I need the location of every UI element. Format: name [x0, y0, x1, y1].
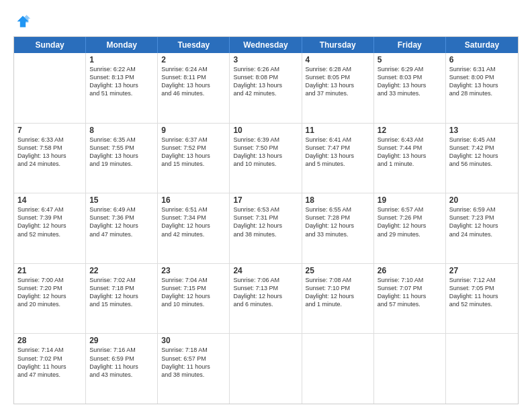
day-cell-11: 11Sunrise: 6:41 AM Sunset: 7:47 PM Dayli… [302, 124, 374, 193]
cell-info: Sunrise: 6:39 AM Sunset: 7:50 PM Dayligh… [233, 136, 298, 169]
day-cell-23: 23Sunrise: 7:04 AM Sunset: 7:15 PM Dayli… [158, 264, 230, 334]
day-cell-20: 20Sunrise: 6:59 AM Sunset: 7:23 PM Dayli… [446, 193, 518, 263]
day-cell-4: 4Sunrise: 6:28 AM Sunset: 8:05 PM Daylig… [302, 53, 374, 123]
day-number: 20 [449, 195, 515, 205]
day-cell-16: 16Sunrise: 6:51 AM Sunset: 7:34 PM Dayli… [158, 193, 230, 263]
week-row-3: 14Sunrise: 6:47 AM Sunset: 7:39 PM Dayli… [14, 193, 518, 264]
header-day-monday: Monday [86, 37, 158, 53]
day-cell-7: 7Sunrise: 6:33 AM Sunset: 7:58 PM Daylig… [14, 124, 86, 193]
header-day-saturday: Saturday [446, 37, 518, 53]
week-row-1: 1Sunrise: 6:22 AM Sunset: 8:13 PM Daylig… [14, 53, 518, 124]
cell-info: Sunrise: 6:59 AM Sunset: 7:23 PM Dayligh… [449, 205, 515, 238]
header-day-sunday: Sunday [14, 37, 86, 53]
day-number: 29 [89, 336, 154, 345]
cell-info: Sunrise: 6:29 AM Sunset: 8:03 PM Dayligh… [378, 65, 442, 98]
cell-info: Sunrise: 6:41 AM Sunset: 7:47 PM Dayligh… [306, 136, 370, 169]
day-cell-25: 25Sunrise: 7:08 AM Sunset: 7:10 PM Dayli… [302, 264, 374, 334]
week-row-4: 21Sunrise: 7:00 AM Sunset: 7:20 PM Dayli… [14, 264, 518, 334]
day-cell-24: 24Sunrise: 7:06 AM Sunset: 7:13 PM Dayli… [230, 264, 302, 334]
cell-info: Sunrise: 6:43 AM Sunset: 7:44 PM Dayligh… [378, 136, 442, 169]
day-cell-30: 30Sunrise: 7:18 AM Sunset: 6:57 PM Dayli… [158, 334, 230, 404]
day-number: 28 [17, 336, 82, 345]
cell-info: Sunrise: 6:28 AM Sunset: 8:05 PM Dayligh… [306, 65, 370, 98]
cell-info: Sunrise: 7:06 AM Sunset: 7:13 PM Dayligh… [233, 276, 298, 309]
day-cell-8: 8Sunrise: 6:35 AM Sunset: 7:55 PM Daylig… [86, 124, 158, 193]
day-number: 26 [378, 266, 442, 275]
day-cell-26: 26Sunrise: 7:10 AM Sunset: 7:07 PM Dayli… [374, 264, 446, 334]
day-number: 21 [17, 266, 82, 275]
week-row-2: 7Sunrise: 6:33 AM Sunset: 7:58 PM Daylig… [14, 124, 518, 194]
cell-info: Sunrise: 6:57 AM Sunset: 7:26 PM Dayligh… [378, 205, 442, 238]
empty-cell-4-6 [446, 334, 518, 404]
day-number: 4 [306, 55, 370, 64]
day-cell-27: 27Sunrise: 7:12 AM Sunset: 7:05 PM Dayli… [446, 264, 518, 334]
day-cell-6: 6Sunrise: 6:31 AM Sunset: 8:00 PM Daylig… [446, 53, 518, 123]
day-number: 12 [378, 126, 442, 135]
header-day-thursday: Thursday [302, 37, 374, 53]
cell-info: Sunrise: 7:10 AM Sunset: 7:07 PM Dayligh… [378, 276, 442, 309]
day-number: 2 [161, 55, 226, 64]
cell-info: Sunrise: 7:14 AM Sunset: 7:02 PM Dayligh… [17, 346, 82, 379]
day-cell-19: 19Sunrise: 6:57 AM Sunset: 7:26 PM Dayli… [374, 193, 446, 263]
calendar-body: 1Sunrise: 6:22 AM Sunset: 8:13 PM Daylig… [14, 53, 518, 404]
cell-info: Sunrise: 6:55 AM Sunset: 7:28 PM Dayligh… [306, 205, 370, 238]
cell-info: Sunrise: 7:04 AM Sunset: 7:15 PM Dayligh… [161, 276, 226, 309]
day-cell-1: 1Sunrise: 6:22 AM Sunset: 8:13 PM Daylig… [86, 53, 158, 123]
page: SundayMondayTuesdayWednesdayThursdayFrid… [0, 0, 532, 411]
cell-info: Sunrise: 7:02 AM Sunset: 7:18 PM Dayligh… [89, 276, 154, 309]
cell-info: Sunrise: 6:53 AM Sunset: 7:31 PM Dayligh… [233, 205, 298, 238]
cell-info: Sunrise: 6:45 AM Sunset: 7:42 PM Dayligh… [449, 136, 515, 169]
day-cell-21: 21Sunrise: 7:00 AM Sunset: 7:20 PM Dayli… [14, 264, 86, 334]
cell-info: Sunrise: 6:51 AM Sunset: 7:34 PM Dayligh… [161, 205, 226, 238]
cell-info: Sunrise: 6:35 AM Sunset: 7:55 PM Dayligh… [89, 136, 154, 169]
day-number: 13 [449, 126, 515, 135]
day-cell-12: 12Sunrise: 6:43 AM Sunset: 7:44 PM Dayli… [374, 124, 446, 193]
day-number: 8 [89, 126, 154, 135]
day-cell-2: 2Sunrise: 6:24 AM Sunset: 8:11 PM Daylig… [158, 53, 230, 123]
day-cell-15: 15Sunrise: 6:49 AM Sunset: 7:36 PM Dayli… [86, 193, 158, 263]
week-row-5: 28Sunrise: 7:14 AM Sunset: 7:02 PM Dayli… [14, 334, 518, 404]
logo [13, 12, 34, 31]
cell-info: Sunrise: 6:37 AM Sunset: 7:52 PM Dayligh… [161, 136, 226, 169]
cell-info: Sunrise: 6:24 AM Sunset: 8:11 PM Dayligh… [161, 65, 226, 98]
day-number: 5 [378, 55, 442, 64]
day-number: 23 [161, 266, 226, 275]
cell-info: Sunrise: 7:00 AM Sunset: 7:20 PM Dayligh… [17, 276, 82, 309]
day-cell-9: 9Sunrise: 6:37 AM Sunset: 7:52 PM Daylig… [158, 124, 230, 193]
day-cell-13: 13Sunrise: 6:45 AM Sunset: 7:42 PM Dayli… [446, 124, 518, 193]
day-cell-5: 5Sunrise: 6:29 AM Sunset: 8:03 PM Daylig… [374, 53, 446, 123]
day-cell-18: 18Sunrise: 6:55 AM Sunset: 7:28 PM Dayli… [302, 193, 374, 263]
day-number: 9 [161, 126, 226, 135]
day-number: 16 [161, 195, 226, 205]
day-cell-17: 17Sunrise: 6:53 AM Sunset: 7:31 PM Dayli… [230, 193, 302, 263]
day-number: 10 [233, 126, 298, 135]
header [13, 12, 519, 31]
cell-info: Sunrise: 6:47 AM Sunset: 7:39 PM Dayligh… [17, 205, 82, 238]
day-cell-14: 14Sunrise: 6:47 AM Sunset: 7:39 PM Dayli… [14, 193, 86, 263]
day-number: 27 [449, 266, 515, 275]
calendar: SundayMondayTuesdayWednesdayThursdayFrid… [13, 36, 519, 404]
day-number: 17 [233, 195, 298, 205]
day-cell-10: 10Sunrise: 6:39 AM Sunset: 7:50 PM Dayli… [230, 124, 302, 193]
day-number: 18 [306, 195, 370, 205]
cell-info: Sunrise: 6:31 AM Sunset: 8:00 PM Dayligh… [449, 65, 515, 98]
cell-info: Sunrise: 7:12 AM Sunset: 7:05 PM Dayligh… [449, 276, 515, 309]
day-number: 24 [233, 266, 298, 275]
day-cell-29: 29Sunrise: 7:16 AM Sunset: 6:59 PM Dayli… [86, 334, 158, 404]
day-cell-28: 28Sunrise: 7:14 AM Sunset: 7:02 PM Dayli… [14, 334, 86, 404]
day-cell-22: 22Sunrise: 7:02 AM Sunset: 7:18 PM Dayli… [86, 264, 158, 334]
calendar-header: SundayMondayTuesdayWednesdayThursdayFrid… [14, 37, 518, 53]
cell-info: Sunrise: 6:33 AM Sunset: 7:58 PM Dayligh… [17, 136, 82, 169]
header-day-friday: Friday [374, 37, 446, 53]
cell-info: Sunrise: 6:22 AM Sunset: 8:13 PM Dayligh… [89, 65, 154, 98]
cell-info: Sunrise: 6:26 AM Sunset: 8:08 PM Dayligh… [233, 65, 298, 98]
day-number: 22 [89, 266, 154, 275]
cell-info: Sunrise: 7:16 AM Sunset: 6:59 PM Dayligh… [89, 346, 154, 379]
cell-info: Sunrise: 6:49 AM Sunset: 7:36 PM Dayligh… [89, 205, 154, 238]
day-cell-3: 3Sunrise: 6:26 AM Sunset: 8:08 PM Daylig… [230, 53, 302, 123]
header-day-tuesday: Tuesday [158, 37, 230, 53]
empty-cell-4-4 [302, 334, 374, 404]
day-number: 11 [306, 126, 370, 135]
day-number: 19 [378, 195, 442, 205]
header-day-wednesday: Wednesday [230, 37, 302, 53]
